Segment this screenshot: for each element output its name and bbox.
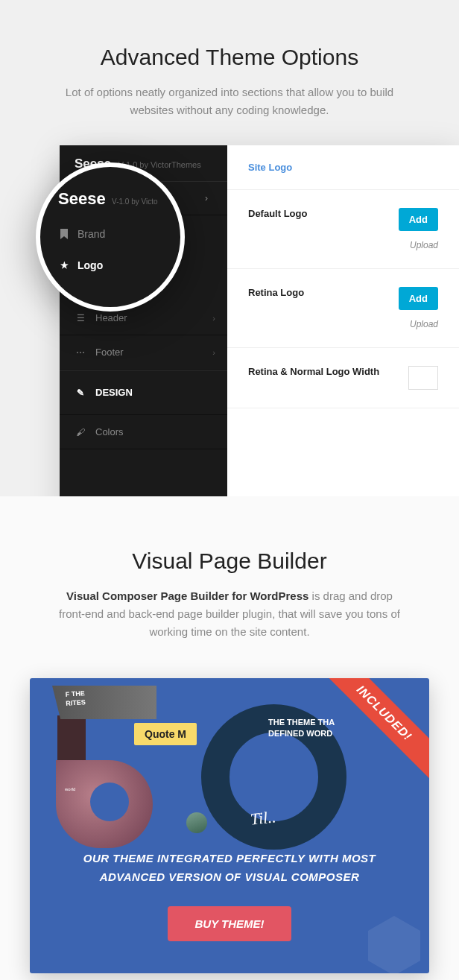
upload-hint: Upload	[399, 319, 438, 329]
brush-icon: 🖌	[75, 427, 86, 437]
decorative-text: world	[65, 787, 75, 791]
nav-label: Header	[95, 312, 127, 323]
logo-width-input[interactable]	[408, 366, 438, 390]
quote-tag: Quote M	[134, 723, 197, 745]
menu-icon: ☰	[75, 313, 86, 323]
buy-theme-button[interactable]: BUY THEME!	[168, 906, 291, 941]
nav-label: DESIGN	[95, 387, 133, 398]
dot-graphic	[186, 812, 207, 833]
section-title: Visual Page Builder	[30, 549, 429, 574]
options-content: Site Logo Default Logo Add Upload Retina…	[227, 145, 459, 496]
mag-label: Brand	[77, 228, 105, 240]
banner-text: OUR THEME INTEGRATED PERFECTLY WITH MOST…	[80, 850, 379, 887]
sidebar-item-colors[interactable]: 🖌 Colors	[60, 415, 227, 449]
field-retina-logo: Retina Logo Add Upload	[227, 269, 459, 348]
nav-label: Colors	[95, 426, 124, 437]
upload-hint: Upload	[399, 240, 438, 250]
mag-theme-name: Seese	[58, 189, 106, 208]
chevron-right-icon: ›	[200, 193, 212, 203]
theme-options-section: Advanced Theme Options Lot of options ne…	[0, 0, 459, 496]
decorative-script: Til..	[250, 807, 277, 829]
field-label: Default Logo	[248, 208, 307, 219]
field-label: Retina Logo	[248, 287, 304, 298]
dots-icon: ⋯	[75, 347, 86, 358]
field-label: Retina & Normal Logo Width	[248, 366, 379, 377]
magnifier-lens: Seese V-1.0 by Victo Brand ★ Logo	[36, 162, 185, 312]
decorative-text: F THERITES	[65, 689, 86, 708]
star-icon: ★	[58, 260, 70, 271]
vc-banner: INCLUDED! F THERITES world Quote M THE T…	[30, 678, 429, 973]
nav-label: Footer	[95, 347, 124, 358]
content-section-label: Site Logo	[227, 145, 459, 190]
digit-5-graphic: F THERITES world	[52, 686, 186, 850]
subtitle-bold: Visual Composer Page Builder for WordPre…	[66, 589, 308, 602]
mag-item-brand[interactable]: Brand	[58, 228, 162, 240]
add-retina-button[interactable]: Add	[399, 287, 438, 310]
field-default-logo: Default Logo Add Upload	[227, 190, 459, 269]
bookmark-icon	[58, 229, 70, 239]
section-subtitle: Lot of options neatly organized into sec…	[58, 83, 401, 119]
chevron-right-icon: ›	[212, 314, 215, 323]
theme-tag: THE THEME THADEFINED WORD	[268, 717, 335, 739]
visual-builder-section: Visual Page Builder Visual Composer Page…	[0, 496, 459, 980]
version-graphic: F THERITES world Quote M THE THEME THADE…	[30, 678, 429, 850]
sidebar-item-design[interactable]: ✎ DESIGN	[60, 370, 227, 415]
section-subtitle: Visual Composer Page Builder for WordPre…	[58, 587, 401, 641]
field-logo-width: Retina & Normal Logo Width	[227, 348, 459, 408]
chevron-right-icon: ›	[212, 348, 215, 357]
sidebar-item-footer[interactable]: ⋯ Footer ›	[60, 335, 227, 370]
section-title: Advanced Theme Options	[30, 45, 429, 70]
vc-logo-icon	[361, 912, 428, 973]
add-logo-button[interactable]: Add	[399, 208, 438, 231]
mag-version: V-1.0 by Victo	[112, 197, 158, 206]
mag-item-logo[interactable]: ★ Logo	[58, 259, 162, 271]
wand-icon: ✎	[75, 388, 86, 398]
mag-label: Logo	[77, 259, 103, 271]
